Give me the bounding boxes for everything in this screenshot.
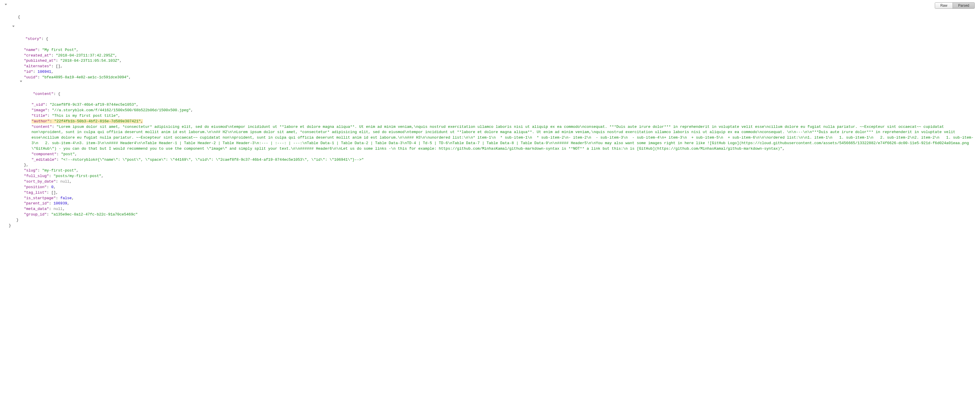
punct: , [141,119,143,123]
json-key: "alternates" [24,64,51,68]
punct: , [63,207,65,211]
punct: , [119,59,122,63]
json-string: "2018-04-23T11:05:54.103Z" [60,59,119,63]
brace-close: } [9,223,11,228]
json-root-open: { [5,3,975,25]
punct: : [49,119,54,123]
json-bool: false [60,196,72,200]
punct: , [115,53,117,58]
json-prop-title: "title": "This is my first post title", [5,113,975,119]
json-string: "My first Post" [42,48,76,52]
json-prop-component: "component": "post", [5,152,975,157]
json-key: "_uid" [32,103,45,107]
json-prop-tag-list: "tag_list": [], [5,190,975,196]
json-key: "parent_id" [24,201,49,206]
json-string: "Lorem ipsum dolor sit amet, *consectetu… [32,125,974,151]
json-key-story: "story": { [5,25,975,47]
json-prop-alternates: "alternates": [], [5,64,975,69]
json-key: "author" [32,119,49,123]
json-key: "content" [33,92,53,96]
json-tree-viewer: { "story": { "name": "My first Post", "c… [0,0,980,240]
collapse-caret-icon[interactable] [5,4,7,5]
json-number: 106939 [53,201,67,206]
json-key: "content" [32,125,52,129]
punct: , [782,146,784,151]
json-string: "2caef8f8-9c37-46b4-af19-8744ec5e1053" [49,103,136,107]
punct: , [53,185,56,189]
brace-close: }, [24,163,29,167]
json-key: "tag_list" [24,190,47,195]
json-string: "bfea4895-8a19-4e82-ae1c-1c591dce3094" [42,75,128,79]
punct: , [136,103,138,107]
collapse-caret-icon[interactable] [12,25,14,27]
parsed-tab-button[interactable]: Parsed [953,3,974,8]
json-prop-parent-id: "parent_id": 106939, [5,201,975,206]
punct: , [118,114,120,118]
punct: , [191,108,193,112]
json-string: "22f4fb1b-50b3-4bf2-816e-7d589e307421" [54,119,141,123]
view-mode-tabs: Raw Parsed [935,2,975,9]
punct: , [69,179,72,184]
punct: : { [53,92,60,96]
json-null: null [60,179,69,184]
json-content-close: }, [5,163,975,168]
json-prop-is-startpage: "is_startpage": false, [5,196,975,201]
json-prop-uuid: "uuid": "bfea4895-8a19-4e82-ae1c-1c591dc… [5,75,975,81]
json-key: "_editable" [32,158,57,162]
punct: : { [41,37,48,41]
punct: : [49,201,54,206]
json-key: "group_id" [24,212,47,217]
json-key: "sort_by_date" [24,179,56,184]
punct: : [48,108,52,112]
json-string: "//a.storyblok.com/f/44162/1500x500/68b5… [52,108,191,112]
punct: : [38,48,42,52]
json-key: "published_at" [24,59,56,63]
punct: , [101,174,103,178]
json-prop-sort-by-date: "sort_by_date": null, [5,179,975,185]
json-prop-author: "author": "22f4fb1b-50b3-4bf2-816e-7d589… [5,119,975,124]
json-prop-created-at: "created_at": "2018-04-23T11:37:42.295Z"… [5,53,975,59]
json-prop-published-at: "published_at": "2018-04-23T11:05:54.103… [5,58,975,64]
json-array: [] [56,64,60,68]
json-key: "meta_data" [24,207,49,211]
punct: , [75,152,77,157]
json-null: null [53,207,62,211]
collapse-caret-icon[interactable] [20,81,22,82]
json-prop-name: "name": "My first Post", [5,47,975,53]
punct: : [47,190,51,195]
punct: , [76,48,78,52]
punct: : [48,114,52,118]
json-key-content: "content": { [5,81,975,102]
punct: , [67,201,69,206]
json-prop-slug: "slug": "my-first-post", [5,168,975,174]
json-key: "created_at" [24,53,51,58]
punct: : [57,152,61,157]
json-prop-image: "image": "//a.storyblok.com/f/44162/1500… [5,108,975,113]
json-prop-group-id: "group_id": "a135e9ec-0a12-47fc-b22c-91a… [5,212,975,217]
punct: : [33,70,38,74]
json-prop-meta-data: "meta_data": null, [5,206,975,212]
json-string: "post" [61,152,75,157]
punct: : [52,125,57,129]
json-number: 106941 [38,70,51,74]
json-array: [] [51,190,56,195]
json-string: "This is my first post title" [52,114,118,118]
punct: : [51,64,56,68]
raw-tab-button[interactable]: Raw [935,3,953,8]
json-prop-editable: "_editable": "<!--#storyblok#{\"name\": … [5,157,975,163]
punct: : [38,75,42,79]
punct: : [51,53,56,58]
json-string: "<!--#storyblok#{\"name\": \"post\", \"s… [61,158,364,162]
json-story-close: } [5,217,975,223]
highlighted-line: "author": "22f4fb1b-50b3-4bf2-816e-7d589… [32,119,143,123]
brace-close: } [16,218,19,222]
json-key: "name" [24,48,38,52]
punct: : [56,179,60,184]
json-string: "2018-04-23T11:37:42.295Z" [56,53,115,58]
json-key: "slug" [24,168,38,173]
punct: : [47,212,51,217]
json-string: "posts/my-first-post" [53,174,101,178]
punct: : [57,158,61,162]
json-key: "id" [24,70,33,74]
punct: , [51,70,54,74]
